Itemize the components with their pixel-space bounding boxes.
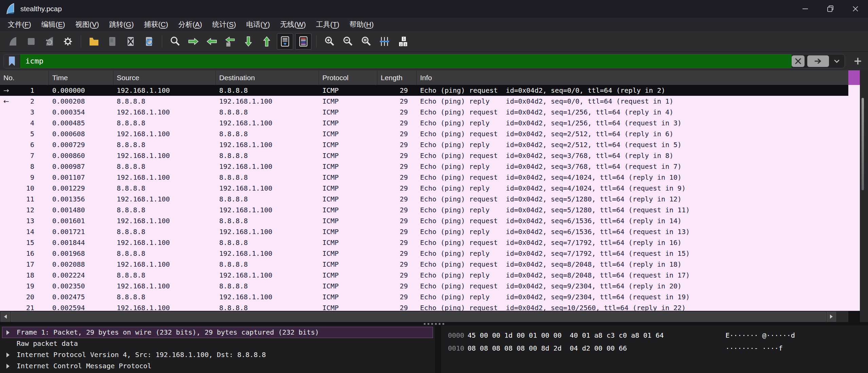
expander-triangle-icon[interactable] — [6, 364, 10, 369]
source-cell: 8.8.8.8 — [113, 118, 216, 128]
packet-row-12[interactable]: 120.0014808.8.8.8192.168.1.100ICMP29Echo… — [0, 205, 848, 215]
expander-triangle-icon[interactable] — [6, 330, 10, 335]
filter-apply-button[interactable] — [807, 55, 829, 67]
filter-bookmark-button[interactable] — [4, 54, 20, 68]
filter-bar: icmp — [0, 52, 868, 70]
horizontal-scrollbar-thumb[interactable] — [11, 312, 826, 322]
menu-item-h[interactable]: 帮助(H) — [344, 18, 379, 31]
packet-row-8[interactable]: 80.0009878.8.8.8192.168.1.100ICMP29Echo … — [0, 161, 848, 172]
column-header-no[interactable]: No. — [0, 70, 49, 85]
menu-item-f[interactable]: 文件(F) — [3, 18, 36, 31]
go-to-packet-button[interactable] — [222, 33, 238, 50]
destination-cell: 8.8.8.8 — [216, 302, 319, 311]
info-cell: Echo (ping) reply id=0x04d2, seq=6/1536,… — [417, 226, 848, 237]
packet-row-3[interactable]: 30.000354192.168.1.1008.8.8.8ICMP29Echo … — [0, 107, 848, 118]
column-header-time[interactable]: Time — [49, 70, 113, 85]
source-cell: 192.168.1.100 — [113, 150, 216, 161]
no-cell: 6 — [0, 139, 49, 150]
detail-tree-item[interactable]: Internet Protocol Version 4, Src: 192.16… — [2, 349, 433, 360]
packet-row-19[interactable]: 190.002350192.168.1.1008.8.8.8ICMP29Echo… — [0, 281, 848, 291]
packet-row-6[interactable]: 60.0007298.8.8.8192.168.1.100ICMP29Echo … — [0, 139, 848, 150]
menu-bar: 文件(F)编辑(E)视图(V)跳转(G)捕获(C)分析(A)统计(S)电话(Y)… — [0, 18, 868, 31]
find-packet-button[interactable] — [167, 33, 183, 50]
intelligent-scrollbar-minimap[interactable] — [848, 85, 860, 311]
detail-tree-item[interactable]: Frame 1: Packet, 29 bytes on wire (232 b… — [2, 327, 433, 338]
go-forward-button[interactable] — [204, 33, 220, 50]
window-title: stealthy.pcap — [20, 5, 62, 13]
packet-row-16[interactable]: 160.0019688.8.8.8192.168.1.100ICMP29Echo… — [0, 248, 848, 259]
packet-row-17[interactable]: 170.002088192.168.1.1008.8.8.8ICMP29Echo… — [0, 259, 848, 270]
length-cell: 29 — [377, 172, 417, 183]
zoom-original-button[interactable] — [358, 33, 374, 50]
vertical-scrollbar-thumb[interactable] — [862, 98, 864, 190]
menu-item-t[interactable]: 工具(T) — [311, 18, 344, 31]
columns-prefs-button[interactable]: 123 — [395, 33, 411, 50]
packet-row-18[interactable]: 180.0022248.8.8.8192.168.1.100ICMP29Echo… — [0, 270, 848, 281]
detail-tree-item[interactable]: Internet Control Message Protocol — [2, 360, 433, 372]
menu-item-g[interactable]: 跳转(G) — [104, 18, 139, 31]
packet-row-13[interactable]: 130.001601192.168.1.1008.8.8.8ICMP29Echo… — [0, 215, 848, 226]
maximize-button[interactable] — [818, 0, 843, 18]
packet-row-7[interactable]: 70.000860192.168.1.1008.8.8.8ICMP29Echo … — [0, 150, 848, 161]
packet-row-20[interactable]: 200.0024758.8.8.8192.168.1.100ICMP29Echo… — [0, 291, 848, 302]
close-button[interactable] — [843, 0, 868, 18]
packet-row-4[interactable]: 40.0004858.8.8.8192.168.1.100ICMP29Echo … — [0, 118, 848, 128]
pane-splitter-handle[interactable] — [0, 322, 868, 325]
time-cell: 0.000485 — [49, 118, 113, 128]
minimize-button[interactable] — [793, 0, 818, 18]
vertical-scrollbar-track[interactable] — [860, 70, 868, 322]
go-bottom-button[interactable] — [259, 33, 275, 50]
destination-cell: 192.168.1.100 — [216, 226, 319, 237]
protocol-cell: ICMP — [319, 281, 377, 291]
zoom-out-button[interactable] — [340, 33, 356, 50]
packet-row-2[interactable]: 2←0.0002088.8.8.8192.168.1.100ICMP29Echo… — [0, 96, 848, 107]
packet-row-9[interactable]: 90.001107192.168.1.1008.8.8.8ICMP29Echo … — [0, 172, 848, 183]
info-cell: Echo (ping) request id=0x04d2, seq=4/102… — [417, 172, 848, 183]
colorize-button[interactable] — [295, 33, 312, 50]
open-file-button[interactable] — [86, 33, 102, 50]
menu-item-w[interactable]: 无线(W) — [275, 18, 311, 31]
go-back-button[interactable] — [185, 33, 202, 50]
packet-row-21[interactable]: 210.002594192.168.1.1008.8.8.8ICMP29Echo… — [0, 302, 848, 311]
protocol-cell: ICMP — [319, 302, 377, 311]
packet-row-11[interactable]: 110.001356192.168.1.1008.8.8.8ICMP29Echo… — [0, 194, 848, 205]
packet-row-10[interactable]: 100.0012298.8.8.8192.168.1.100ICMP29Echo… — [0, 183, 848, 194]
hex-dump-row[interactable]: 001008 08 08 08 08 00 8d 2d 04 d2 00 00 … — [441, 342, 868, 355]
column-header-source[interactable]: Source — [113, 70, 216, 85]
wireshark-window: stealthy.pcap 文件(F)编辑(E)视图(V)跳转(G)捕获(C)分… — [0, 0, 868, 373]
packet-row-14[interactable]: 140.0017218.8.8.8192.168.1.100ICMP29Echo… — [0, 226, 848, 237]
column-header-info[interactable]: Info — [417, 70, 848, 85]
scroll-right-button[interactable] — [827, 312, 836, 322]
scroll-left-button[interactable] — [1, 312, 10, 322]
expander-triangle-icon[interactable] — [6, 353, 10, 357]
close-file-button[interactable] — [122, 33, 139, 50]
auto-scroll-button[interactable] — [277, 33, 293, 50]
filter-add-button[interactable] — [851, 54, 865, 68]
zoom-in-button[interactable] — [321, 33, 338, 50]
hex-dump-row[interactable]: 000045 00 00 1d 00 01 00 00 40 01 a8 c3 … — [441, 329, 868, 342]
column-header-protocol[interactable]: Protocol — [319, 70, 377, 85]
menu-item-e[interactable]: 编辑(E) — [36, 18, 70, 31]
resize-columns-button[interactable] — [376, 33, 393, 50]
filter-clear-button[interactable] — [792, 55, 805, 67]
length-cell: 29 — [377, 161, 417, 172]
menu-item-y[interactable]: 电话(Y) — [241, 18, 275, 31]
column-header-length[interactable]: Length — [377, 70, 417, 85]
menu-item-v[interactable]: 视图(V) — [70, 18, 104, 31]
horizontal-scrollbar[interactable] — [0, 311, 848, 322]
reload-file-button[interactable] — [141, 33, 157, 50]
packet-row-5[interactable]: 50.000608192.168.1.1008.8.8.8ICMP29Echo … — [0, 128, 848, 139]
column-header-destination[interactable]: Destination — [216, 70, 319, 85]
packet-row-15[interactable]: 150.001844192.168.1.1008.8.8.8ICMP29Echo… — [0, 237, 848, 248]
go-top-button[interactable] — [240, 33, 257, 50]
filter-dropdown-button[interactable] — [832, 59, 842, 63]
capture-options-button[interactable] — [60, 33, 76, 50]
menu-item-c[interactable]: 捕获(C) — [139, 18, 173, 31]
packet-row-1[interactable]: 1→0.000000192.168.1.1008.8.8.8ICMP29Echo… — [0, 85, 848, 96]
menu-item-s[interactable]: 统计(S) — [207, 18, 241, 31]
time-cell: 0.001229 — [49, 183, 113, 194]
detail-tree-item[interactable]: Raw packet data — [2, 338, 433, 349]
protocol-cell: ICMP — [319, 248, 377, 259]
menu-item-a[interactable]: 分析(A) — [173, 18, 207, 31]
display-filter-input[interactable]: icmp — [20, 54, 792, 68]
